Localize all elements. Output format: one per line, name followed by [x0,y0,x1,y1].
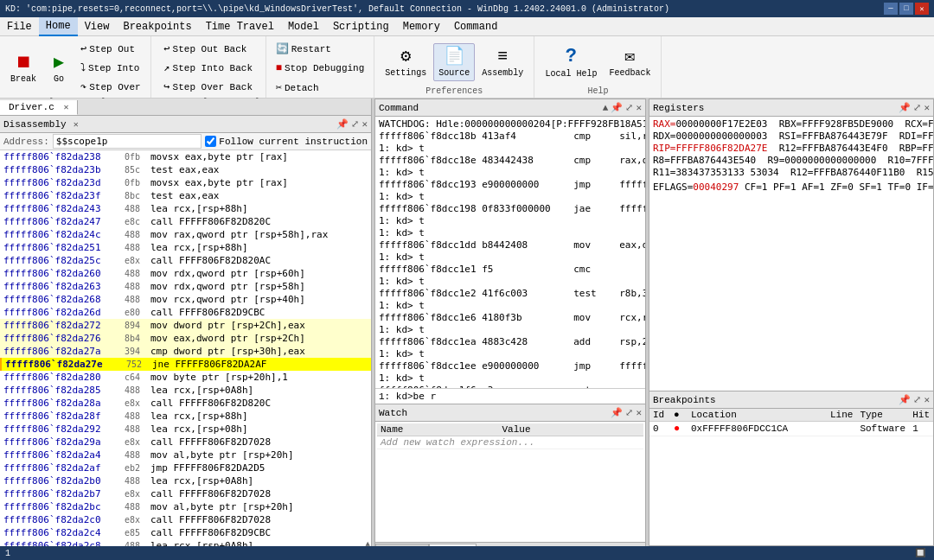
menu-model[interactable]: Model [281,17,326,36]
disasm-line-current: fffff806`f82da27e 752 jne FFFFF806F82DA2… [0,358,371,371]
command-close-icon[interactable]: ✕ [636,102,642,113]
step-buttons: ↩ Step Out ⤵ Step Into ↷ Step Over [76,40,145,96]
disassembly-address-input[interactable] [53,134,202,149]
menu-view[interactable]: View [78,17,117,36]
settings-label: Settings [385,68,426,78]
menu-scripting[interactable]: Scripting [326,17,396,36]
go-button[interactable]: ▶ Go [43,49,74,87]
step-over-back-button[interactable]: ↪ Step Over Back [159,78,257,96]
cmd-line: fffff806`f8dcc18e 483442438 cmp rax,qwor… [379,155,642,167]
disasm-line: fffff806`f82da23b 85ctest eax,eax [0,163,371,176]
assembly-button[interactable]: ≡ Assembly [477,43,528,81]
feedback-icon: ✉ [624,47,635,67]
watch-locals-panel: Watch 📌 ⤢ ✕ Name Value [374,404,646,560]
ribbon-group-preferences: ⚙ Settings 📄 Source ≡ Assembly Preferenc… [374,36,534,98]
break-button[interactable]: ⏹ Break [5,49,42,87]
disasm-line: fffff806`f82da268 488mov rcx,qword ptr [… [0,293,371,306]
menu-command[interactable]: Command [447,17,504,36]
disasm-line: fffff806`f82da260 488mov rdx,qword ptr [… [0,267,371,280]
disasm-line: fffff806`f82da2c0 e8xcall FFFFF806F82D70… [0,513,371,526]
watch-pin-icon[interactable]: 📌 [611,407,623,418]
disasm-line: fffff806`f82da2c4 e85call FFFFF806F82D9C… [0,526,371,539]
command-header-left: Command [379,103,419,113]
reg-close-icon[interactable]: ✕ [924,102,930,113]
command-scroll-up[interactable]: ▲ [603,103,609,113]
step-out-back-button[interactable]: ↩ Step Out Back [159,40,257,58]
stop-debugging-button[interactable]: ■ Stop Debugging [272,60,369,77]
disasm-line: fffff806`f82da28f 488lea rcx,[rsp+88h] [0,410,371,423]
help-label: Help [587,85,608,96]
step-into-label: Step Into [88,63,139,73]
disasm-line: fffff806`f82da24c 488mov rax,qword ptr [… [0,228,371,241]
disasm-line: fffff806`f82da2b7 e8xcall FFFFF806F82D70… [0,487,371,500]
disassembly-close-icon[interactable]: ✕ [361,118,368,130]
settings-button[interactable]: ⚙ Settings [380,43,432,81]
bp-col-hit: Hit [909,409,933,422]
go-icon: ▶ [54,53,64,73]
command-pin-icon[interactable]: 📌 [611,102,623,113]
menu-home[interactable]: Home [39,17,78,36]
detach-label: Detach [285,83,319,93]
watch-close-icon[interactable]: ✕ [636,407,642,418]
disasm-line: fffff806`f82da23d 0fbmovsx eax,byte ptr … [0,176,371,189]
menu-memory[interactable]: Memory [396,17,447,36]
reg-line: R11=383437353133 53034 R12=FFFBA876440F1… [653,167,930,179]
disassembly-code-area[interactable]: fffff806`f82da238 0fbmovsx eax,byte ptr … [0,150,371,560]
follow-check-label[interactable]: Follow current instruction [205,136,368,147]
disasm-line: fffff806`f82da285 488lea rcx,[rsp+0A8h] [0,384,371,397]
bp-pin-icon[interactable]: 📌 [899,394,911,405]
bp-close-icon[interactable]: ✕ [924,394,930,405]
settings-icon: ⚙ [400,47,411,67]
cmd-line: 1: kd> t [379,215,642,227]
registers-content[interactable]: RAX=00000000F17E2E03 RBX=FFFF928FB5DE900… [649,117,933,404]
menu-file[interactable]: File [0,17,39,36]
step-out-label: Step Out [89,44,135,54]
ribbon-group-end: 🔄 Restart ■ Stop Debugging ✂ Detach End [266,36,375,98]
feedback-button[interactable]: ✉ Feedback [604,43,656,81]
step-into-back-button[interactable]: ↗ Step Into Back [159,59,257,77]
reg-pin-icon[interactable]: 📌 [899,102,911,113]
title-text: KD: 'com:pipe,resets=0,reconnect,port=\\… [5,4,669,14]
step-into-back-label: Step Into Back [173,63,253,73]
step-out-button[interactable]: ↩ Step Out [76,40,145,58]
watch-add-row[interactable]: Add new watch expression... [377,436,643,449]
reverse-buttons: ↩ Step Out Back ↗ Step Into Back ↪ Step … [159,40,257,96]
disasm-line: fffff806`f82da23f 8bctest eax,eax [0,189,371,202]
addr-label: Address: [3,137,49,147]
bp-expand-icon[interactable]: ⤢ [913,394,921,405]
stop-debugging-label: Stop Debugging [285,63,364,73]
local-help-button[interactable]: ? Local Help [540,42,602,82]
close-button[interactable]: ✕ [915,3,929,15]
driverc-tab[interactable]: Driver.c ✕ [0,100,78,115]
title-bar: KD: 'com:pipe,resets=0,reconnect,port=\\… [0,0,934,17]
step-into-button[interactable]: ⤵ Step Into [76,59,145,77]
watch-col-value: Value [498,423,643,436]
disassembly-close[interactable]: ✕ [74,119,79,130]
command-output[interactable]: WATCHDOG: Hdle:000000000000204[P:FFFF928… [375,117,645,388]
step-over-button[interactable]: ↷ Step Over [76,78,145,96]
driverc-panel: Driver.c ✕ [0,99,371,116]
menu-breakpoints[interactable]: Breakpoints [116,17,198,36]
watch-expand-icon[interactable]: ⤢ [625,407,633,418]
disassembly-pin-icon[interactable]: 📌 [336,118,349,130]
ribbon-group-help: ? Local Help ✉ Feedback Help [534,36,662,98]
follow-check-input[interactable] [205,136,216,147]
driverc-close[interactable]: ✕ [63,103,68,112]
detach-button[interactable]: ✂ Detach [272,79,369,97]
disassembly-expand-icon[interactable]: ⤢ [351,118,359,130]
source-button[interactable]: 📄 Source [433,43,475,81]
command-expand-icon[interactable]: ⤢ [625,102,633,113]
watch-add-label[interactable]: Add new watch expression... [377,436,643,449]
command-input[interactable] [413,391,642,402]
reg-expand-icon[interactable]: ⤢ [913,102,921,113]
watch-content: Name Value Add new watch expression... [375,422,645,542]
cmd-line: fffff806`f8dcc1ea 4883c428 add rsp,28h [379,336,642,348]
menu-timetravel[interactable]: Time Travel [199,17,281,36]
minimize-button[interactable]: ─ [884,3,898,15]
restart-button[interactable]: 🔄 Restart [272,40,369,58]
registers-panel: Registers 📌 ⤢ ✕ RAX=00000000F17E2E03 RBX… [649,99,934,404]
disassembly-header-icons: 📌 ⤢ ✕ [336,118,368,130]
cmd-line: fffff806`f8dcc193 e900000000 jmp fffff80… [379,179,642,191]
bp-header-icons: 📌 ⤢ ✕ [899,394,930,405]
maximize-button[interactable]: □ [899,3,913,15]
